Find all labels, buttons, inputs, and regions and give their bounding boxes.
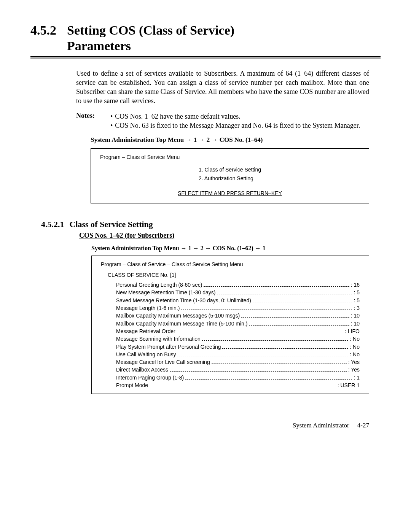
setting-label: Play System Prompt after Personal Greeti… <box>116 343 221 351</box>
setting-row: Use Call Waiting on Busy : No <box>116 351 360 358</box>
setting-row: Prompt Mode : USER 1 <box>116 381 360 389</box>
subsection-header: 4.5.2.1 Class of Service Setting <box>41 219 381 229</box>
setting-dash <box>241 314 349 318</box>
setting-dash <box>212 360 347 364</box>
setting-label: Message Retrieval Order <box>116 327 175 335</box>
menu-item: 2. Authorization Setting <box>199 175 253 181</box>
setting-row: Intercom Paging Group (1-8) : 1 <box>116 374 360 381</box>
setting-row: Play System Prompt after Personal Greeti… <box>116 343 360 351</box>
setting-dash <box>217 291 352 295</box>
setting-row: Mailbox Capacity Maximum Messages (5-100… <box>116 312 360 319</box>
setting-dash <box>222 345 348 349</box>
setting-row: Personal Greeting Length (8-60 sec) : 16 <box>116 281 360 289</box>
notes-label: Notes: <box>76 112 110 130</box>
setting-dash <box>185 375 352 380</box>
setting-row: Direct Mailbox Access : Yes <box>116 366 360 373</box>
cos-number: CLASS OF SERVICE No. [1] <box>108 272 360 278</box>
note-item: COS No. 63 is fixed to the Message Manag… <box>115 121 360 130</box>
setting-row: Mailbox Capacity Maximum Message Time (5… <box>116 320 360 327</box>
menu-prompt: SELECT ITEM AND PRESS RETURN–KEY <box>100 190 360 196</box>
setting-dash <box>253 298 352 302</box>
setting-label: Saved Message Retention Time (1-30 days,… <box>116 297 251 304</box>
cos-subtitle: COS Nos. 1–62 (for Subscribers) <box>79 232 381 240</box>
setting-dash <box>177 352 348 356</box>
nav-path-2: System Administration Top Menu → 1 → 2 →… <box>91 245 381 252</box>
subsection-title: Class of Service Setting <box>70 219 153 229</box>
setting-value: : 5 <box>354 297 360 304</box>
setting-label: Use Call Waiting on Busy <box>116 351 176 358</box>
setting-value: : Yes <box>348 366 360 373</box>
section-title: Setting COS (Class of Service) Parameter… <box>67 23 234 54</box>
setting-dash <box>249 321 349 326</box>
setting-label: Direct Mailbox Access <box>116 366 168 373</box>
section-header: 4.5.2 Setting COS (Class of Service) Par… <box>30 23 381 54</box>
setting-value: : USER 1 <box>338 381 360 389</box>
setting-dash <box>181 306 352 310</box>
subsection-number: 4.5.2.1 <box>41 219 64 229</box>
setting-value: : No <box>350 351 360 358</box>
settings-title: Program – Class of Service – Class of Se… <box>101 261 360 267</box>
setting-value: : 10 <box>351 312 360 319</box>
note-item: COS Nos. 1–62 have the same default valu… <box>115 112 240 121</box>
setting-value: : No <box>350 335 360 343</box>
setting-row: Message Retrieval Order : LIFO <box>116 327 360 335</box>
setting-dash <box>150 383 336 387</box>
setting-value: : No <box>350 343 360 351</box>
section-underline <box>30 56 381 59</box>
setting-dash <box>170 368 347 372</box>
setting-label: New Message Retention Time (1-30 days) <box>116 289 215 296</box>
setting-value: : Yes <box>348 358 360 366</box>
setting-value: : 3 <box>354 304 360 312</box>
menu-title: Program – Class of Service Menu <box>100 154 360 160</box>
menu-item: 1. Class of Service Setting <box>199 167 261 173</box>
setting-label: Prompt Mode <box>116 381 148 389</box>
settings-box: Program – Class of Service – Class of Se… <box>91 256 369 394</box>
page-number: 4-27 <box>357 422 369 429</box>
setting-row: Message Scanning with Information : No <box>116 335 360 343</box>
setting-row: Saved Message Retention Time (1-30 days,… <box>116 297 360 304</box>
setting-value: : 16 <box>351 281 360 289</box>
setting-label: Personal Greeting Length (8-60 sec) <box>116 281 202 289</box>
setting-value: : 10 <box>351 320 360 327</box>
footer-label: System Administrator <box>293 422 349 429</box>
setting-label: Intercom Paging Group (1-8) <box>116 374 184 381</box>
setting-value: : 1 <box>354 374 360 381</box>
setting-dash <box>202 337 349 341</box>
setting-label: Message Scanning with Information <box>116 335 201 343</box>
footer: System Administrator 4-27 <box>30 422 381 429</box>
menu-box: Program – Class of Service Menu 1. Class… <box>91 148 369 203</box>
nav-path: System Administration Top Menu → 1 → 2 →… <box>91 136 369 144</box>
setting-label: Message Cancel for Live Call screening <box>116 358 210 366</box>
setting-dash <box>204 283 349 287</box>
setting-label: Mailbox Capacity Maximum Messages (5-100… <box>116 312 240 319</box>
setting-row: Message Length (1-6 min.) : 3 <box>116 304 360 312</box>
setting-row: New Message Retention Time (1-30 days) :… <box>116 289 360 296</box>
setting-label: Mailbox Capacity Maximum Message Time (5… <box>116 320 247 327</box>
setting-value: : LIFO <box>345 327 360 335</box>
intro-paragraph: Used to define a set of services availab… <box>76 69 369 106</box>
setting-label: Message Length (1-6 min.) <box>116 304 180 312</box>
notes-block: Notes: •COS Nos. 1–62 have the same defa… <box>76 112 369 130</box>
setting-row: Message Cancel for Live Call screening :… <box>116 358 360 366</box>
section-number: 4.5.2 <box>30 23 56 38</box>
setting-value: : 5 <box>354 289 360 296</box>
setting-dash <box>177 329 343 333</box>
notes-list: •COS Nos. 1–62 have the same default val… <box>110 112 360 130</box>
footer-divider <box>30 417 381 417</box>
